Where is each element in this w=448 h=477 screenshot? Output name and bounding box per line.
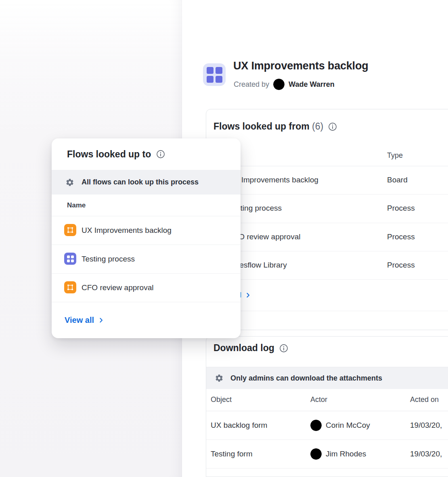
table-row[interactable]: Salesflow Library Process — [206, 251, 448, 280]
gear-icon — [65, 178, 74, 187]
table-row[interactable]: UX backlog form .a1 .pbg{fill:#2B2B30}.a… — [206, 411, 448, 440]
actor-name: Corin McCoy — [326, 421, 370, 430]
flows-looked-up-from-card: Flows looked up from (6) Type UX Improve… — [206, 109, 448, 330]
list-item[interactable]: CFO review approval — [52, 273, 241, 302]
grid-icon — [64, 253, 76, 265]
list-item[interactable]: Testing process — [52, 245, 241, 274]
card-title-row: Download log — [214, 343, 288, 354]
table-row[interactable]: Testing form .a2 .pbg{fill:#A8BACB}.a2 .… — [206, 439, 448, 469]
object-column-header: Object — [211, 389, 232, 411]
table-row[interactable]: .a3 .pbg{fill:#98989E}.a3 .pfg{fill:#7B7… — [206, 468, 448, 477]
type-column-header: Type — [387, 151, 403, 160]
flows-looked-up-to-popover: Flows looked up to All flows can look up… — [52, 138, 241, 338]
actor-cell: .a3 .pbg{fill:#98989E}.a3 .pfg{fill:#7B7… — [310, 468, 326, 477]
card-title-row: Flows looked up from (6) — [214, 121, 337, 132]
actor-name: Jim Rhodes — [326, 450, 366, 458]
list-item[interactable]: UX Improvements backlog — [52, 216, 241, 245]
permissions-banner: Only admins can download the attachments — [206, 367, 448, 389]
grid-icon — [207, 67, 222, 83]
created-by-row: Created by .w .pbg{fill:#D9A62B}.w .pfg{… — [234, 78, 335, 90]
page-title: UX Improvements backlog — [233, 60, 368, 72]
card-title: Download log — [214, 343, 274, 354]
acted-on-cell: 19/03/20, — [410, 411, 442, 439]
table-header-row: Object Actor Acted on — [206, 389, 448, 411]
flow-type: Process — [387, 251, 415, 279]
popover-title-row: Flows looked up to — [67, 138, 165, 170]
view-all-label: View all — [65, 316, 94, 325]
name-column-header-row: Name — [52, 195, 241, 216]
flow-type: Process — [387, 194, 415, 222]
flow-name: UX Improvements backlog — [82, 216, 172, 245]
created-by-label: Created by — [234, 80, 269, 89]
chevron-right-icon — [245, 292, 251, 298]
flow-count: (6) — [312, 121, 323, 132]
created-by-name: Wade Warren — [289, 80, 335, 89]
flow-name: UX Improvements backlog — [228, 166, 318, 194]
view-all-link[interactable]: View all — [214, 279, 448, 311]
actor-column-header: Actor — [310, 389, 327, 411]
avatar: .a2 .pbg{fill:#A8BACB}.a2 .pfg{fill:#445… — [310, 448, 322, 460]
gear-icon — [215, 374, 224, 383]
chevron-right-icon — [98, 317, 104, 323]
info-icon[interactable] — [156, 150, 165, 159]
acted-on-column-header: Acted on — [410, 389, 439, 411]
actor-cell: .a2 .pbg{fill:#A8BACB}.a2 .pfg{fill:#445… — [310, 439, 366, 468]
actor-cell: .a1 .pbg{fill:#2B2B30}.a1 .pfg{fill:#555… — [310, 411, 370, 439]
info-icon[interactable] — [279, 344, 288, 353]
popover-title: Flows looked up to — [67, 149, 151, 160]
avatar: .w .pbg{fill:#D9A62B}.w .pfg{fill:#50392… — [273, 79, 285, 90]
flow-type: Board — [387, 166, 408, 194]
table-row[interactable]: Testing process Process — [206, 194, 448, 223]
object-cell: UX backlog form — [211, 411, 267, 439]
table-row[interactable]: UX Improvements backlog Board — [206, 166, 448, 195]
table-row[interactable]: CFO review approval Process — [206, 223, 448, 251]
object-cell: Testing form — [211, 439, 252, 468]
page: UX Improvements backlog Created by .w .p… — [0, 0, 448, 477]
flow-name: Testing process — [82, 245, 135, 273]
banner-text: Only admins can download the attachments — [230, 374, 382, 383]
banner-text: All flows can look up this process — [82, 178, 199, 186]
download-log-card: Download log Only admins can download th… — [206, 336, 448, 477]
acted-on-cell: 19/03/20, — [410, 439, 442, 468]
view-all-link[interactable]: View all — [65, 302, 104, 338]
card-title: Flows looked up from (6) — [214, 121, 323, 132]
workflow-icon — [64, 224, 76, 236]
process-grid-icon — [203, 63, 226, 86]
permissions-banner: All flows can look up this process — [52, 170, 241, 195]
flow-name: CFO review approval — [82, 273, 153, 302]
table-header-row: Type — [206, 150, 448, 166]
info-icon[interactable] — [328, 122, 337, 131]
flow-type: Process — [387, 223, 415, 251]
name-column-header: Name — [67, 195, 86, 216]
workflow-icon — [64, 281, 76, 293]
avatar: .a1 .pbg{fill:#2B2B30}.a1 .pfg{fill:#555… — [310, 420, 322, 431]
